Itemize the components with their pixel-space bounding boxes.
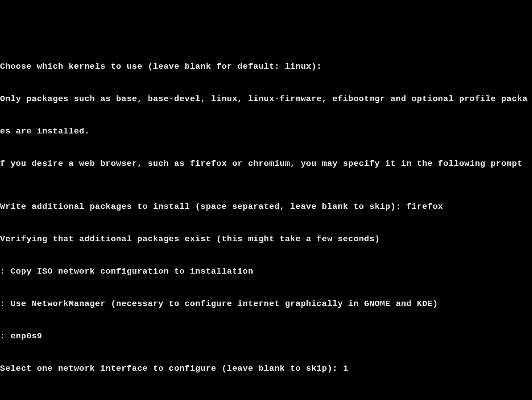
network-select-line[interactable]: Select one network interface to configur… <box>0 363 532 374</box>
additional-packages-prompt: Write additional packages to install (sp… <box>0 202 406 212</box>
terminal-screen[interactable]: Choose which kernels to use (leave blank… <box>0 0 532 400</box>
additional-packages-input: firefox <box>406 202 443 212</box>
browser-info-line: f you desire a web browser, such as fire… <box>0 158 532 169</box>
packages-info-line-1: Only packages such as base, base-devel, … <box>0 94 532 104</box>
network-option-2: : enp0s9 <box>0 331 532 341</box>
additional-packages-line: Write additional packages to install (sp… <box>0 201 532 212</box>
network-option-1: : Use NetworkManager (necessary to confi… <box>0 298 532 309</box>
network-option-0: : Copy ISO network configuration to inst… <box>0 266 532 277</box>
network-select-input[interactable]: 1 <box>343 364 348 373</box>
kernel-prompt-line: Choose which kernels to use (leave blank… <box>0 61 532 72</box>
network-select-prompt: Select one network interface to configur… <box>0 364 343 373</box>
packages-info-line-2: es are installed. <box>0 126 532 137</box>
terminal-output: Choose which kernels to use (leave blank… <box>0 40 532 396</box>
verifying-line: Verifying that additional packages exist… <box>0 234 532 244</box>
